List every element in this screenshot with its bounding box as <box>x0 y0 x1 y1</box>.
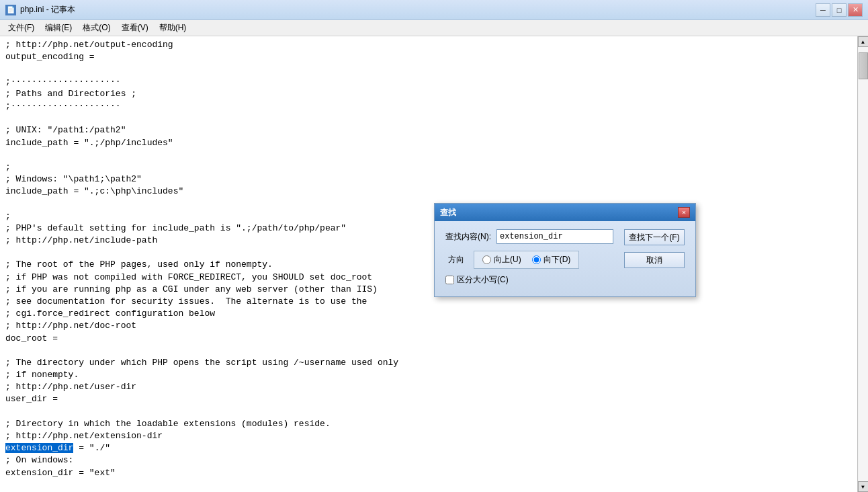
case-checkbox-row: 区分大小写(C) <box>445 274 613 286</box>
scroll-track[interactable] <box>859 47 868 481</box>
dialog-body: 查找内容(N): 方向 向上(U) <box>435 221 695 296</box>
case-label: 区分大小写(C) <box>457 274 509 286</box>
titlebar: 📄 php.ini - 记事本 ─ □ ✕ <box>0 0 868 20</box>
titlebar-left: 📄 php.ini - 记事本 <box>5 4 75 15</box>
search-label: 查找内容(N): <box>445 231 491 243</box>
radio-up-input[interactable] <box>482 255 491 264</box>
search-row: 查找内容(N): <box>445 229 613 244</box>
case-checkbox[interactable] <box>445 276 454 284</box>
radio-down[interactable]: 向下(D) <box>532 254 571 265</box>
dialog-title: 查找 <box>440 207 456 218</box>
editor-container: ; http://php.net/output-encoding output_… <box>0 36 868 492</box>
menu-help[interactable]: 帮助(H) <box>154 21 192 35</box>
dialog-buttons: 查找下一个(F) 取消 <box>624 229 685 268</box>
cancel-button[interactable]: 取消 <box>624 252 685 268</box>
direction-label: 方向 <box>448 254 468 265</box>
app-icon: 📄 <box>5 5 16 15</box>
scroll-thumb[interactable] <box>859 52 868 79</box>
radio-down-input[interactable] <box>532 255 541 264</box>
menu-view[interactable]: 查看(V) <box>116 21 154 35</box>
minimize-button[interactable]: ─ <box>816 3 830 17</box>
close-button[interactable]: ✕ <box>848 3 863 17</box>
find-next-button[interactable]: 查找下一个(F) <box>624 229 685 245</box>
dialog-titlebar: 查找 ✕ <box>435 204 695 221</box>
menu-edit[interactable]: 编辑(E) <box>40 21 77 35</box>
find-dialog: 查找 ✕ 查找内容(N): 方向 向上 <box>434 203 696 297</box>
editor-text-area[interactable]: ; http://php.net/output-encoding output_… <box>0 36 857 492</box>
search-input[interactable] <box>496 229 613 244</box>
scroll-up-button[interactable]: ▲ <box>858 36 869 47</box>
titlebar-buttons: ─ □ ✕ <box>816 3 863 17</box>
dialog-main-section: 查找内容(N): 方向 向上(U) <box>445 229 613 288</box>
highlighted-text: extension_dir <box>5 443 73 453</box>
radio-up-label: 向上(U) <box>494 254 521 265</box>
window-title: php.ini - 记事本 <box>20 4 75 15</box>
radio-down-label: 向下(D) <box>544 254 571 265</box>
radio-up[interactable]: 向上(U) <box>482 254 521 265</box>
maximize-button[interactable]: □ <box>832 3 847 17</box>
menubar: 文件(F) 编辑(E) 格式(O) 查看(V) 帮助(H) <box>0 20 868 36</box>
menu-file[interactable]: 文件(F) <box>3 21 40 35</box>
menu-format[interactable]: 格式(O) <box>77 21 116 35</box>
vertical-scrollbar[interactable]: ▲ ▼ <box>857 36 868 492</box>
dialog-close-button[interactable]: ✕ <box>678 207 690 218</box>
scroll-down-button[interactable]: ▼ <box>858 481 869 492</box>
